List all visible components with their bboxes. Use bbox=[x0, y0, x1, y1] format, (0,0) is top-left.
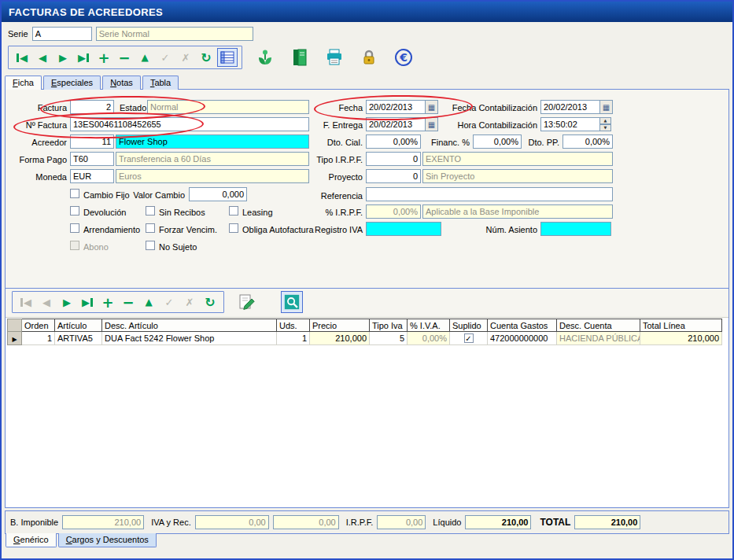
dto-pp-label: Dto. PP. bbox=[523, 137, 559, 148]
spin-up-button[interactable]: ▲ bbox=[600, 117, 611, 124]
spin-down-button[interactable]: ▼ bbox=[600, 124, 611, 131]
suplido-checkbox[interactable]: ✓ bbox=[464, 333, 474, 343]
euro-button[interactable]: € bbox=[392, 47, 415, 68]
acreedor-code-field[interactable]: 11 bbox=[70, 134, 114, 149]
tab-especiales[interactable]: Especiales bbox=[43, 76, 101, 90]
cell-tipo-iva[interactable]: 5 bbox=[370, 332, 408, 345]
serie-code-field[interactable]: A bbox=[32, 27, 92, 41]
tab-tabla[interactable]: Tabla bbox=[142, 76, 179, 90]
nav-next-button[interactable]: ▶ bbox=[53, 49, 72, 66]
f-entrega-field[interactable]: 20/02/2013 bbox=[366, 117, 426, 131]
cancel-button[interactable]: ✗ bbox=[176, 49, 195, 66]
tipo-irpf-field[interactable]: 0 bbox=[366, 152, 421, 166]
cell-total-linea[interactable]: 210,000 bbox=[640, 332, 722, 345]
refresh-button[interactable]: ↻ bbox=[197, 49, 216, 66]
print-button[interactable] bbox=[323, 47, 346, 68]
leasing-checkbox[interactable] bbox=[229, 206, 238, 216]
edit-record-button[interactable]: ▲ bbox=[135, 49, 154, 66]
tree-view-button[interactable] bbox=[253, 47, 277, 68]
tab-notas[interactable]: Notas bbox=[102, 76, 141, 90]
cell-suplido[interactable]: ✓ bbox=[450, 332, 488, 345]
num-factura-field[interactable]: 13ES00461108452655 bbox=[70, 117, 309, 131]
nav-next-icon: ▶ bbox=[63, 297, 71, 308]
fecha-calendar-button[interactable]: ▦ bbox=[426, 100, 438, 114]
nav-last-button[interactable]: ▶ bbox=[74, 49, 93, 66]
proyecto-field[interactable]: 0 bbox=[366, 169, 421, 183]
obliga-autofactura-checkbox[interactable] bbox=[229, 223, 238, 233]
delete-record-button[interactable]: − bbox=[115, 49, 134, 66]
grid-data-row: ▶ 1 ARTIVA5 DUA Fact 5242 Flower Shop 1 … bbox=[8, 332, 722, 345]
cell-precio[interactable]: 210,000 bbox=[310, 332, 370, 345]
arrendamiento-checkbox[interactable] bbox=[70, 223, 79, 233]
cell-cuenta-gastos[interactable]: 472000000000 bbox=[488, 332, 557, 345]
fecha-contabilizacion-calendar-button[interactable]: ▦ bbox=[600, 100, 613, 114]
fecha-contabilizacion-field[interactable]: 20/02/2013 bbox=[540, 100, 600, 114]
cambio-fijo-checkbox[interactable] bbox=[70, 189, 79, 198]
first-bar-icon bbox=[20, 298, 23, 307]
open-document-button[interactable] bbox=[288, 47, 312, 68]
row-selector-cell[interactable]: ▶ bbox=[8, 332, 22, 345]
detail-cancel-button[interactable]: ✗ bbox=[180, 293, 199, 311]
financ-field[interactable]: 0,00% bbox=[473, 134, 522, 149]
check-icon: ✓ bbox=[165, 297, 174, 308]
forzar-vencim-checkbox[interactable] bbox=[146, 223, 155, 233]
detail-delete-button[interactable]: − bbox=[119, 293, 138, 311]
detail-confirm-button[interactable]: ✓ bbox=[160, 293, 179, 311]
last-bar-icon bbox=[90, 298, 93, 307]
tab-ficha[interactable]: Ficha bbox=[5, 76, 42, 90]
detail-nav-next-button[interactable]: ▶ bbox=[57, 293, 76, 311]
lock-button[interactable] bbox=[357, 47, 381, 68]
check-icon: ✓ bbox=[161, 52, 170, 64]
main-toolbar: ◀ ◀ ▶ ▶ + − ▲ ✓ ✗ ↻ bbox=[2, 43, 732, 73]
dto-pp-field[interactable]: 0,00% bbox=[562, 134, 613, 149]
no-sujeto-label: No Sujeto bbox=[159, 241, 197, 252]
add-record-button[interactable]: + bbox=[94, 49, 113, 66]
cell-articulo[interactable]: ARTIVA5 bbox=[55, 332, 102, 345]
detail-refresh-button[interactable]: ↻ bbox=[201, 293, 219, 311]
num-asiento-field bbox=[540, 222, 611, 236]
calendar-icon: ▦ bbox=[428, 120, 435, 129]
referencia-field[interactable] bbox=[366, 187, 613, 201]
forma-pago-code-field[interactable]: T60 bbox=[70, 152, 114, 166]
valor-cambio-field[interactable]: 0,000 bbox=[189, 187, 247, 201]
dto-cial-field[interactable]: 0,00% bbox=[366, 134, 421, 149]
detail-edit-button[interactable]: ▲ bbox=[139, 293, 158, 311]
detail-add-button[interactable]: + bbox=[98, 293, 117, 311]
moneda-code-field[interactable]: EUR bbox=[70, 169, 114, 183]
edit-line-button[interactable] bbox=[235, 292, 259, 313]
cell-uds[interactable]: 1 bbox=[277, 332, 310, 345]
fecha-field[interactable]: 20/02/2013 bbox=[366, 100, 426, 114]
lock-icon bbox=[360, 48, 378, 67]
search-lines-toggle[interactable] bbox=[281, 291, 303, 313]
confirm-button[interactable]: ✓ bbox=[156, 49, 175, 66]
up-triangle-icon: ▲ bbox=[145, 297, 152, 308]
invoice-form: Factura 2 Estado Normal Nº Factura 13ES0… bbox=[6, 90, 728, 289]
cell-desc-cuenta[interactable]: HACIENDA PÚBLICA. bbox=[557, 332, 640, 345]
factura-field[interactable]: 2 bbox=[70, 100, 114, 114]
hora-contabilizacion-field[interactable]: 13:50:02 bbox=[540, 117, 600, 131]
detail-nav-prev-button[interactable]: ◀ bbox=[37, 293, 56, 311]
detail-nav-last-button[interactable]: ▶ bbox=[78, 293, 97, 311]
grid-view-toggle[interactable] bbox=[217, 48, 238, 67]
nav-prev-button[interactable]: ◀ bbox=[33, 49, 52, 66]
sin-recibos-checkbox[interactable] bbox=[146, 206, 155, 216]
cell-desc-articulo[interactable]: DUA Fact 5242 Flower Shop bbox=[102, 332, 277, 345]
nav-first-button[interactable]: ◀ bbox=[13, 49, 31, 66]
printer-icon bbox=[325, 48, 344, 67]
search-icon bbox=[283, 293, 301, 311]
detail-nav-first-button[interactable]: ◀ bbox=[17, 293, 35, 311]
fecha-field-group: 20/02/2013 ▦ bbox=[366, 100, 438, 114]
hora-contabilizacion-label: Hora Contabilización bbox=[441, 120, 537, 131]
col-total-linea: Total Línea bbox=[640, 319, 722, 332]
no-sujeto-checkbox[interactable] bbox=[146, 241, 155, 250]
f-entrega-calendar-button[interactable]: ▦ bbox=[426, 117, 438, 131]
calendar-icon: ▦ bbox=[603, 103, 610, 112]
fecha-contabilizacion-field-group: 20/02/2013 ▦ bbox=[540, 100, 613, 114]
cell-pct-iva[interactable]: 0,00% bbox=[408, 332, 450, 345]
cell-orden[interactable]: 1 bbox=[22, 332, 55, 345]
devolucion-checkbox[interactable] bbox=[70, 206, 79, 216]
spin-down-icon: ▼ bbox=[604, 125, 607, 130]
tab-generico[interactable]: Genérico bbox=[6, 533, 57, 547]
tab-cargos-descuentos[interactable]: Cargos y Descuentos bbox=[58, 533, 157, 547]
euro-icon: € bbox=[395, 49, 412, 66]
